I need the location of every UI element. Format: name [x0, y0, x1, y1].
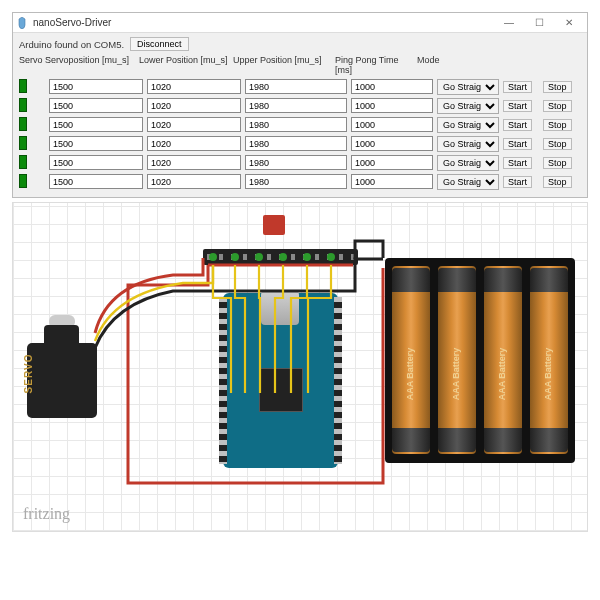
position-input[interactable] [49, 117, 143, 132]
col-header-mode: Mode [417, 55, 479, 75]
app-window: nanoServo-Driver — ☐ ✕ Arduino found on … [12, 12, 588, 198]
ping-input[interactable] [351, 79, 433, 94]
mode-select[interactable]: Go Straight [437, 79, 499, 95]
lower-input[interactable] [147, 174, 241, 189]
ping-input[interactable] [351, 136, 433, 151]
position-input[interactable] [49, 136, 143, 151]
close-button[interactable]: ✕ [555, 14, 583, 32]
mode-select[interactable]: Go Straight [437, 174, 499, 190]
mode-select[interactable]: Go Straight [437, 155, 499, 171]
battery-3: AAA Battery [484, 266, 522, 454]
position-input[interactable] [49, 174, 143, 189]
start-button[interactable]: Start [503, 81, 532, 93]
upper-input[interactable] [245, 98, 347, 113]
servo-row: Go StraightStartStop [19, 115, 581, 134]
lower-input[interactable] [147, 79, 241, 94]
servo-row: Go StraightStartStop [19, 153, 581, 172]
upper-input[interactable] [245, 117, 347, 132]
servo-led [19, 155, 27, 169]
stop-button[interactable]: Stop [543, 119, 572, 131]
col-header-servo: Servo [19, 55, 45, 75]
position-input[interactable] [49, 98, 143, 113]
titlebar: nanoServo-Driver — ☐ ✕ [13, 13, 587, 33]
header-pins [203, 249, 358, 265]
ping-input[interactable] [351, 174, 433, 189]
servo-row: Go StraightStartStop [19, 134, 581, 153]
start-button[interactable]: Start [503, 119, 532, 131]
servo-led [19, 136, 27, 150]
servo-grid: Servo Servoposition [mu_s] Lower Positio… [13, 55, 587, 197]
minimize-button[interactable]: — [495, 14, 523, 32]
servo-label: SERVO [23, 354, 34, 394]
servo-row: Go StraightStartStop [19, 77, 581, 96]
ping-input[interactable] [351, 155, 433, 170]
disconnect-button[interactable]: Disconnect [130, 37, 189, 51]
usb-port [261, 291, 299, 325]
lower-input[interactable] [147, 155, 241, 170]
servo-component: SERVO [27, 313, 112, 418]
position-input[interactable] [49, 155, 143, 170]
servo-row: Go StraightStartStop [19, 96, 581, 115]
arduino-nano [223, 293, 338, 468]
battery-4: AAA Battery [530, 266, 568, 454]
toolbar: Arduino found on COM5. Disconnect [13, 33, 587, 55]
start-button[interactable]: Start [503, 138, 532, 150]
servo-row: Go StraightStartStop [19, 172, 581, 191]
upper-input[interactable] [245, 136, 347, 151]
col-header-lower: Lower Position [mu_s] [139, 55, 233, 75]
position-input[interactable] [49, 79, 143, 94]
mcu-chip [259, 368, 303, 412]
lower-input[interactable] [147, 98, 241, 113]
app-icon [17, 17, 27, 29]
window-title: nanoServo-Driver [33, 17, 495, 28]
maximize-button[interactable]: ☐ [525, 14, 553, 32]
lower-input[interactable] [147, 136, 241, 151]
circuit-diagram: SERVO AAA Battery AAA Battery AAA Batter… [12, 202, 588, 532]
mode-select[interactable]: Go Straight [437, 136, 499, 152]
upper-input[interactable] [245, 79, 347, 94]
servo-led [19, 174, 27, 188]
stop-button[interactable]: Stop [543, 81, 572, 93]
servo-led [19, 117, 27, 131]
col-header-upper: Upper Position [mu_s] [233, 55, 335, 75]
upper-input[interactable] [245, 174, 347, 189]
col-header-ping: Ping Pong Time [ms] [335, 55, 417, 75]
battery-2: AAA Battery [438, 266, 476, 454]
col-header-position: Servoposition [mu_s] [45, 55, 139, 75]
start-button[interactable]: Start [503, 157, 532, 169]
battery-1: AAA Battery [392, 266, 430, 454]
lower-input[interactable] [147, 117, 241, 132]
ping-input[interactable] [351, 117, 433, 132]
stop-button[interactable]: Stop [543, 176, 572, 188]
start-button[interactable]: Start [503, 176, 532, 188]
upper-input[interactable] [245, 155, 347, 170]
stop-button[interactable]: Stop [543, 157, 572, 169]
battery-holder: AAA Battery AAA Battery AAA Battery AAA … [385, 258, 575, 463]
servo-led [19, 79, 27, 93]
servo-led [19, 98, 27, 112]
mode-select[interactable]: Go Straight [437, 98, 499, 114]
stop-button[interactable]: Stop [543, 138, 572, 150]
mode-select[interactable]: Go Straight [437, 117, 499, 133]
ping-input[interactable] [351, 98, 433, 113]
connection-status: Arduino found on COM5. [19, 39, 124, 50]
start-button[interactable]: Start [503, 100, 532, 112]
jst-connector [263, 215, 285, 235]
fritzing-watermark: fritzing [23, 505, 70, 523]
stop-button[interactable]: Stop [543, 100, 572, 112]
